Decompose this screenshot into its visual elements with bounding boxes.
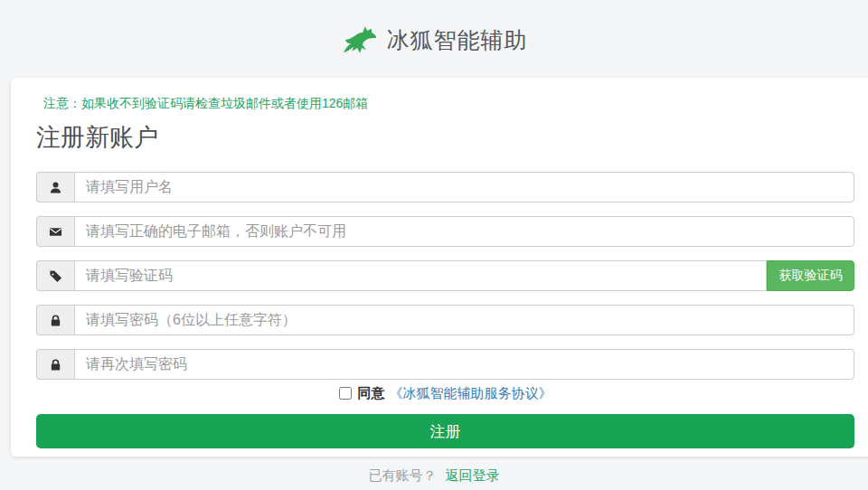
verification-code-input[interactable] xyxy=(74,260,767,291)
username-input[interactable] xyxy=(74,172,854,203)
user-icon xyxy=(36,172,74,203)
page-header: 冰狐智能辅助 xyxy=(0,0,868,80)
verification-code-row: 获取验证码 xyxy=(36,260,854,291)
service-agreement-link[interactable]: 《冰狐智能辅助服务协议》 xyxy=(390,385,552,402)
lock-icon xyxy=(36,349,74,380)
email-field[interactable] xyxy=(74,216,854,247)
password-input[interactable] xyxy=(74,305,854,335)
confirm-password-input[interactable] xyxy=(74,349,854,380)
footer: 已有账号？ 返回登录 xyxy=(0,467,868,485)
password-row xyxy=(36,305,854,335)
agreement-row: 同意 《冰狐智能辅助服务协议》 xyxy=(36,383,854,403)
confirm-password-row xyxy=(36,349,854,380)
have-account-text: 已有账号？ xyxy=(368,467,436,483)
agreement-checkbox[interactable] xyxy=(339,387,352,400)
agreement-label: 同意 xyxy=(358,385,385,402)
register-card: 注意：如果收不到验证码请检查垃圾邮件或者使用126邮箱 注册新账户 获取验证码 xyxy=(11,78,868,457)
page-title: 注册新账户 xyxy=(36,121,854,154)
app-title: 冰狐智能辅助 xyxy=(387,25,528,55)
lock-icon xyxy=(36,305,74,335)
username-row xyxy=(36,172,854,203)
envelope-icon xyxy=(36,216,74,247)
fox-logo-icon xyxy=(341,24,379,56)
notice-text: 注意：如果收不到验证码请检查垃圾邮件或者使用126邮箱 xyxy=(43,96,854,112)
register-button[interactable]: 注册 xyxy=(36,414,854,448)
tag-icon xyxy=(36,260,74,291)
get-code-button[interactable]: 获取验证码 xyxy=(767,260,854,291)
back-to-login-link[interactable]: 返回登录 xyxy=(446,467,500,483)
email-row xyxy=(36,216,854,247)
